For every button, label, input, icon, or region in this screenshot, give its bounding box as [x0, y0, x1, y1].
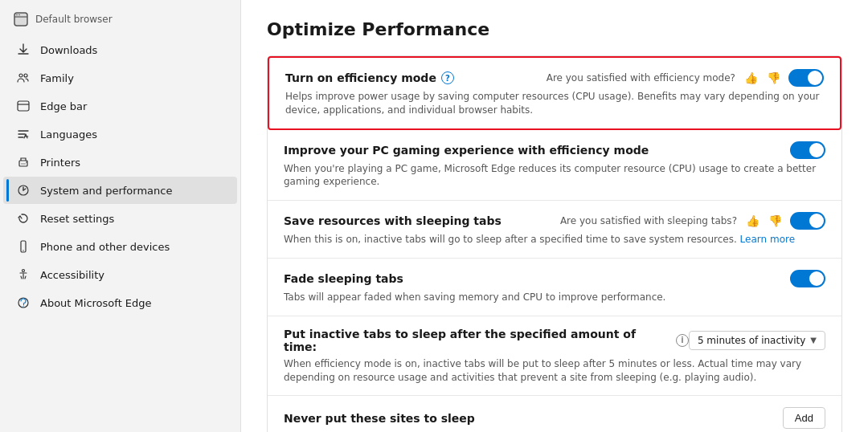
brand-label: Default browser — [35, 14, 113, 25]
setting-header-never-sleep: Never put these sites to sleep Add — [284, 407, 825, 429]
setting-right-gaming — [790, 141, 825, 159]
sidebar-item-label: Downloads — [40, 44, 97, 56]
sidebar-item-about[interactable]: About Microsoft Edge — [3, 289, 237, 316]
setting-title-never-sleep: Never put these sites to sleep — [284, 412, 475, 425]
svg-point-4 — [18, 14, 20, 16]
sidebar-item-reset[interactable]: Reset settings — [3, 205, 237, 232]
setting-row-never-sleep: Never put these sites to sleep Add This … — [268, 396, 841, 432]
setting-row-efficiency: Turn on efficiency mode ? Are you satisf… — [268, 56, 841, 130]
thumbs-up-icon-efficiency[interactable]: 👍 — [743, 71, 758, 85]
svg-point-5 — [19, 74, 23, 77]
learn-more-link[interactable]: Learn more — [740, 234, 795, 245]
sidebar-item-label: Family — [40, 72, 74, 84]
svg-point-12 — [26, 161, 27, 163]
setting-header-efficiency: Turn on efficiency mode ? Are you satisf… — [285, 69, 824, 87]
downloads-icon — [16, 43, 31, 57]
svg-rect-7 — [18, 101, 29, 111]
sidebar-item-label: About Microsoft Edge — [40, 297, 152, 309]
setting-title-sleeping: Save resources with sleeping tabs — [284, 214, 502, 227]
svg-point-14 — [23, 250, 23, 251]
settings-card: Turn on efficiency mode ? Are you satisf… — [267, 55, 842, 432]
sleep-timer-header: Put inactive tabs to sleep after the spe… — [284, 328, 825, 353]
sidebar-item-family[interactable]: Family — [3, 64, 237, 92]
family-icon — [16, 71, 31, 85]
setting-desc-sleeping: When this is on, inactive tabs will go t… — [284, 233, 825, 247]
toggle-slider-gaming — [790, 141, 825, 159]
page-title: Optimize Performance — [267, 19, 842, 39]
accessibility-icon — [16, 267, 31, 282]
setting-title-fade: Fade sleeping tabs — [284, 272, 403, 285]
dropdown-value: 5 minutes of inactivity — [698, 335, 805, 346]
setting-desc-fade: Tabs will appear faded when saving memor… — [284, 291, 825, 304]
thumbs-down-icon-sleeping[interactable]: 👎 — [768, 214, 782, 228]
sleep-timer-left: Put inactive tabs to sleep after the spe… — [284, 328, 689, 353]
reset-icon — [16, 211, 31, 226]
toggle-sleeping[interactable] — [790, 212, 825, 230]
feedback-text-efficiency: Are you satisfied with efficiency mode? — [547, 72, 735, 84]
sidebar-item-label: Phone and other devices — [40, 241, 170, 253]
main-content: Optimize Performance Turn on efficiency … — [241, 0, 868, 432]
sidebar-item-system[interactable]: System and performance — [3, 177, 237, 204]
setting-header-gaming: Improve your PC gaming experience with e… — [284, 141, 825, 159]
setting-row-sleep-timer: Put inactive tabs to sleep after the spe… — [268, 316, 841, 397]
svg-point-16 — [18, 298, 28, 308]
browser-icon — [13, 11, 29, 27]
setting-desc-efficiency: Helps improve power usage by saving comp… — [285, 90, 824, 117]
thumbs-up-icon-sleeping[interactable]: 👍 — [745, 214, 760, 228]
setting-right-efficiency: Are you satisfied with efficiency mode? … — [547, 69, 824, 87]
add-button[interactable]: Add — [783, 407, 825, 429]
sidebar-item-languages[interactable]: Languages — [3, 120, 237, 148]
feedback-text-sleeping: Are you satisfied with sleeping tabs? — [560, 215, 737, 226]
setting-title-efficiency: Turn on efficiency mode — [285, 71, 436, 84]
toggle-slider-fade — [790, 270, 825, 287]
system-icon — [16, 183, 31, 198]
phone-icon — [16, 239, 31, 254]
toggle-slider-sleeping — [790, 212, 825, 230]
sidebar-item-phone[interactable]: Phone and other devices — [3, 233, 237, 260]
svg-rect-11 — [21, 163, 26, 165]
setting-row-fade: Fade sleeping tabs Tabs will appear fade… — [268, 259, 841, 316]
brand-area: Default browser — [0, 6, 240, 35]
thumbs-down-icon-efficiency[interactable]: 👎 — [766, 71, 780, 85]
sidebar-item-accessibility[interactable]: Accessibility — [3, 261, 237, 288]
sidebar-item-label: Edge bar — [40, 100, 87, 112]
svg-point-17 — [23, 306, 23, 307]
printers-icon — [16, 155, 31, 169]
sidebar-item-label: Reset settings — [40, 213, 114, 225]
svg-point-15 — [23, 270, 25, 272]
sidebar-item-label: Accessibility — [40, 269, 104, 281]
dropdown-arrow-icon: ▼ — [810, 336, 817, 344]
setting-row-gaming: Improve your PC gaming experience with e… — [268, 130, 841, 202]
toggle-gaming[interactable] — [790, 141, 825, 159]
languages-icon — [16, 127, 31, 141]
about-icon — [16, 295, 31, 310]
sidebar-item-edge-bar[interactable]: Edge bar — [3, 92, 237, 120]
toggle-fade[interactable] — [790, 270, 825, 287]
setting-desc-gaming: When you're playing a PC game, Microsoft… — [284, 162, 825, 190]
edge-bar-icon — [16, 99, 31, 113]
sidebar: Default browser Downloads Family Edge ba… — [0, 0, 241, 432]
sidebar-item-label: System and performance — [40, 185, 172, 197]
setting-title-sleep-timer: Put inactive tabs to sleep after the spe… — [284, 328, 669, 353]
sidebar-item-label: Languages — [40, 128, 97, 141]
setting-desc-sleep-timer: When efficiency mode is on, inactive tab… — [284, 357, 825, 385]
svg-point-6 — [24, 74, 27, 77]
setting-right-fade — [790, 270, 825, 287]
setting-header-fade: Fade sleeping tabs — [284, 270, 825, 287]
sidebar-item-downloads[interactable]: Downloads — [3, 36, 237, 63]
setting-title-gaming: Improve your PC gaming experience with e… — [284, 144, 649, 157]
info-icon-sleep[interactable]: i — [676, 334, 689, 347]
sidebar-item-label: Printers — [40, 157, 80, 169]
title-group-efficiency: Turn on efficiency mode ? — [285, 71, 454, 84]
svg-point-3 — [16, 14, 18, 16]
setting-row-sleeping: Save resources with sleeping tabs Are yo… — [268, 201, 841, 259]
toggle-efficiency[interactable] — [788, 69, 824, 87]
toggle-slider-efficiency — [788, 69, 824, 87]
setting-right-never-sleep: Add — [783, 407, 825, 429]
setting-header-sleeping: Save resources with sleeping tabs Are yo… — [284, 212, 825, 230]
sleep-timer-dropdown[interactable]: 5 minutes of inactivity ▼ — [689, 331, 825, 350]
setting-right-sleeping: Are you satisfied with sleeping tabs? 👍 … — [560, 212, 825, 230]
help-icon-efficiency[interactable]: ? — [441, 71, 454, 84]
sidebar-item-printers[interactable]: Printers — [3, 149, 237, 176]
